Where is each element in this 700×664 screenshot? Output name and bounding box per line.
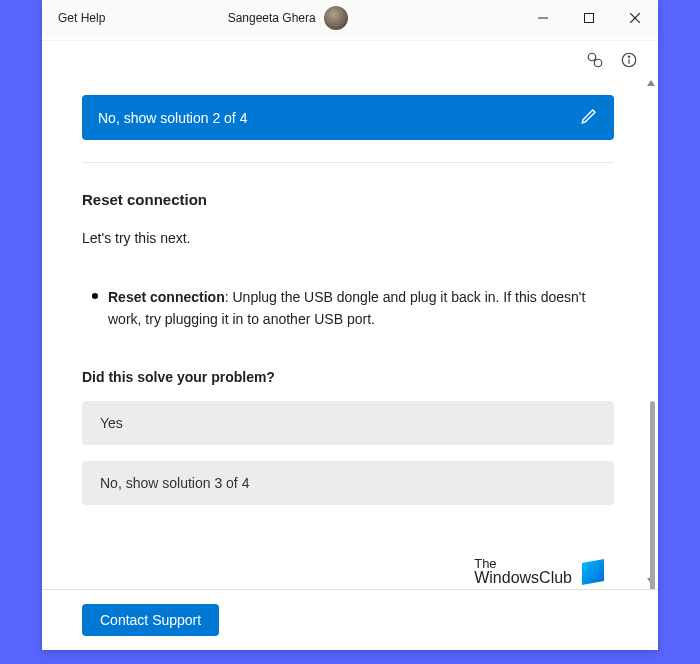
scroll-thumb[interactable] (650, 401, 655, 589)
watermark: The WindowsClub (474, 557, 604, 587)
titlebar: Get Help Sangeeta Ghera (42, 0, 658, 36)
scroll-up-icon[interactable] (644, 75, 658, 91)
section-title: Reset connection (82, 191, 614, 208)
minimize-button[interactable] (520, 3, 566, 33)
titlebar-user[interactable]: Sangeeta Ghera (55, 6, 520, 30)
previous-solution-label: No, show solution 2 of 4 (98, 110, 247, 126)
info-icon[interactable] (620, 51, 638, 69)
watermark-line2: WindowsClub (474, 570, 572, 587)
close-button[interactable] (612, 3, 658, 33)
section-subtitle: Let's try this next. (82, 230, 614, 246)
window: Get Help Sangeeta Ghera (42, 0, 658, 650)
svg-rect-1 (585, 14, 594, 23)
watermark-logo-icon (582, 559, 604, 585)
bullet-strong: Reset connection (108, 289, 225, 305)
svg-point-9 (628, 56, 629, 57)
scrollbar[interactable] (644, 75, 658, 589)
avatar (324, 6, 348, 30)
maximize-button[interactable] (566, 3, 612, 33)
feedback-icon[interactable] (586, 51, 604, 69)
bullet-dot-icon (92, 293, 98, 299)
divider (82, 162, 614, 163)
content: No, show solution 2 of 4 Reset connectio… (42, 75, 644, 589)
feedback-question: Did this solve your problem? (82, 369, 614, 385)
bullet-item: Reset connection: Unplug the USB dongle … (82, 286, 614, 331)
footer: Contact Support (42, 589, 658, 650)
edit-icon[interactable] (580, 107, 598, 128)
contact-support-button[interactable]: Contact Support (82, 604, 219, 636)
toolbar (42, 41, 658, 75)
yes-button[interactable]: Yes (82, 401, 614, 445)
no-next-solution-button[interactable]: No, show solution 3 of 4 (82, 461, 614, 505)
previous-solution-bar[interactable]: No, show solution 2 of 4 (82, 95, 614, 140)
svg-marker-10 (647, 80, 655, 86)
watermark-line1: The (474, 557, 572, 571)
bullet-text: Reset connection: Unplug the USB dongle … (108, 286, 608, 331)
window-controls (520, 3, 658, 33)
username-label: Sangeeta Ghera (228, 11, 316, 25)
